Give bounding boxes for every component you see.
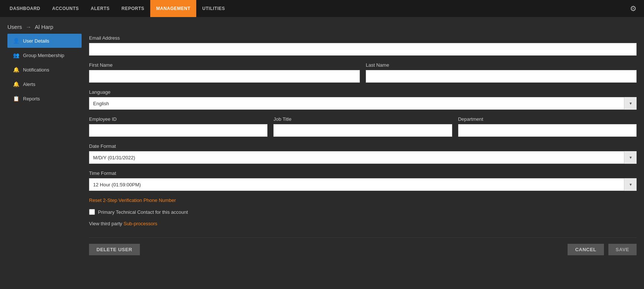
language-label: Language [89,89,637,95]
email-input[interactable] [89,43,637,56]
footer-actions: DELETE USER CANCEL SAVE [89,237,637,259]
email-label: Email Address [89,35,637,41]
time-format-select-wrapper: 12 Hour (01:59:00PM) 24 Hour (13:59:00) … [89,178,637,191]
language-select[interactable]: English French Spanish German [89,97,637,110]
employee-id-col: Employee ID [89,116,267,137]
footer-right-buttons: CANCEL SAVE [568,244,637,255]
nav-utilities[interactable]: UTILITIES [196,0,231,17]
breadcrumb: Users → Al Harp [0,17,644,34]
sidebar-item-reports[interactable]: 📋 Reports [7,92,82,106]
first-name-label: First Name [89,62,360,68]
sidebar-item-alerts[interactable]: 🔔 Alerts [7,77,82,91]
time-format-label: Time Format [89,170,637,176]
department-label: Department [458,116,637,122]
page-body: 👤 User Details 👥 Group Membership 🔔 Noti… [0,34,644,259]
save-button[interactable]: SAVE [608,244,637,255]
top-nav: DASHBOARD ACCOUNTS ALERTS REPORTS MANAGE… [0,0,644,17]
gear-icon[interactable]: ⚙ [626,4,640,13]
nav-management[interactable]: MANAGEMENT [150,0,196,17]
employee-row: Employee ID Job Title Department [89,116,637,137]
last-name-col: Last Name [366,62,637,83]
department-input[interactable] [458,124,637,137]
subprocessors-prefix: View third party [89,221,124,226]
breadcrumb-arrow: → [26,24,31,30]
first-name-input[interactable] [89,70,360,83]
sidebar-label-user-details: User Details [23,38,49,44]
sidebar-item-group-membership[interactable]: 👥 Group Membership [7,48,82,62]
sidebar-label-notifications: Notifications [23,67,49,73]
reports-icon: 📋 [13,96,19,102]
user-icon: 👤 [13,38,19,44]
primary-contact-row: Primary Technical Contact for this accou… [89,209,637,215]
reset-link-row: Reset 2-Step Verification Phone Number [89,197,637,209]
primary-contact-checkbox[interactable] [89,209,95,215]
date-format-label: Date Format [89,143,637,149]
date-format-section: Date Format M/D/Y (01/31/2022) D/M/Y (31… [89,143,637,164]
subprocessors-row: View third party Sub-processors [89,221,637,226]
name-row: First Name Last Name [89,62,637,83]
reset-2step-link[interactable]: Reset 2-Step Verification Phone Number [89,197,176,203]
job-title-label: Job Title [273,116,452,122]
delete-user-button[interactable]: DELETE USER [89,244,140,255]
sidebar-label-alerts: Alerts [23,82,35,87]
sidebar-item-user-details[interactable]: 👤 User Details [7,34,82,48]
employee-id-input[interactable] [89,124,267,137]
alerts-bell-icon: 🔔 [13,81,19,87]
language-section: Language English French Spanish German ▾ [89,89,637,110]
job-title-col: Job Title [273,116,452,137]
cancel-button[interactable]: CANCEL [568,244,604,255]
group-icon: 👥 [13,52,19,58]
last-name-input[interactable] [366,70,637,83]
nav-alerts[interactable]: ALERTS [85,0,116,17]
main-content: Email Address First Name Last Name Langu… [89,34,637,259]
sidebar: 👤 User Details 👥 Group Membership 🔔 Noti… [7,34,82,259]
department-col: Department [458,116,637,137]
last-name-label: Last Name [366,62,637,68]
notification-bell-icon: 🔔 [13,67,19,73]
time-format-select[interactable]: 12 Hour (01:59:00PM) 24 Hour (13:59:00) [89,178,637,191]
date-format-select-wrapper: M/D/Y (01/31/2022) D/M/Y (31/01/2022) Y/… [89,151,637,164]
subprocessors-link[interactable]: Sub-processors [124,221,157,226]
breadcrumb-current: Al Harp [35,24,53,30]
job-title-input[interactable] [273,124,452,137]
breadcrumb-users[interactable]: Users [7,24,22,30]
sidebar-label-group-membership: Group Membership [23,53,64,58]
nav-reports[interactable]: REPORTS [116,0,151,17]
nav-items: DASHBOARD ACCOUNTS ALERTS REPORTS MANAGE… [4,0,231,17]
nav-dashboard[interactable]: DASHBOARD [4,0,46,17]
email-section: Email Address [89,35,637,56]
sidebar-item-notifications[interactable]: 🔔 Notifications [7,63,82,77]
employee-id-label: Employee ID [89,116,267,122]
nav-accounts[interactable]: ACCOUNTS [46,0,85,17]
first-name-col: First Name [89,62,360,83]
primary-contact-label: Primary Technical Contact for this accou… [98,209,188,215]
sidebar-label-reports: Reports [23,96,40,102]
date-format-select[interactable]: M/D/Y (01/31/2022) D/M/Y (31/01/2022) Y/… [89,151,637,164]
time-format-section: Time Format 12 Hour (01:59:00PM) 24 Hour… [89,170,637,191]
language-select-wrapper: English French Spanish German ▾ [89,97,637,110]
